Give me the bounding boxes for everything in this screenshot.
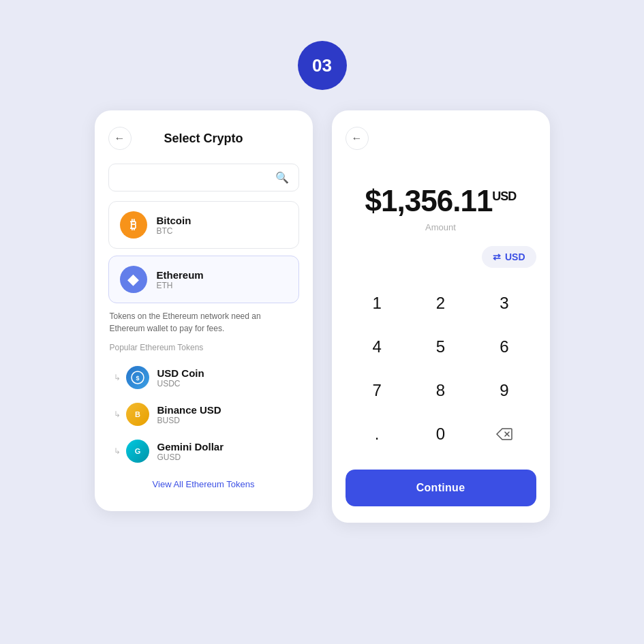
panels-container: ← Select Crypto 🔍 ₿ Bitcoin BTC Ethereum… bbox=[95, 110, 550, 523]
key-1[interactable]: 1 bbox=[346, 281, 409, 325]
view-all-link[interactable]: View All Ethereum Tokens bbox=[108, 474, 299, 495]
key-9[interactable]: 9 bbox=[472, 369, 536, 412]
svg-text:B: B bbox=[135, 410, 140, 418]
eth-logo bbox=[120, 266, 147, 293]
gusd-name: Gemini Dollar bbox=[157, 441, 224, 453]
key-4[interactable]: 4 bbox=[346, 325, 409, 369]
key-3[interactable]: 3 bbox=[472, 281, 536, 325]
sub-arrow-usdc: ↳ bbox=[114, 373, 121, 382]
select-crypto-panel: ← Select Crypto 🔍 ₿ Bitcoin BTC Ethereum… bbox=[95, 110, 313, 511]
busd-info: Binance USD BUSD bbox=[157, 404, 221, 425]
gusd-symbol: GUSD bbox=[157, 453, 224, 462]
eth-note: Tokens on the Ethereum network need an E… bbox=[108, 310, 299, 335]
svg-text:G: G bbox=[134, 447, 140, 455]
panel-header: ← Select Crypto bbox=[108, 127, 299, 150]
bitcoin-item[interactable]: ₿ Bitcoin BTC bbox=[108, 201, 299, 249]
search-bar[interactable]: 🔍 bbox=[108, 164, 299, 191]
amount-panel: ← $1,356.11USD Amount ⇄ USD 1 2 3 4 5 6 … bbox=[332, 110, 550, 523]
key-6[interactable]: 6 bbox=[472, 325, 536, 369]
usdc-logo: $ bbox=[126, 366, 149, 389]
swap-icon: ⇄ bbox=[493, 251, 501, 262]
amount-value: $1,356.11USD bbox=[365, 184, 517, 217]
continue-button[interactable]: Continue bbox=[346, 470, 536, 506]
currency-toggle-button[interactable]: ⇄ USD bbox=[482, 246, 536, 268]
right-panel-header: ← bbox=[346, 127, 536, 150]
step-badge: 03 bbox=[298, 41, 347, 90]
panel-title: Select Crypto bbox=[132, 132, 276, 146]
key-0[interactable]: 0 bbox=[409, 412, 472, 456]
usdc-info: USD Coin USDC bbox=[157, 367, 204, 388]
popular-label: Popular Ethereum Tokens bbox=[108, 343, 299, 352]
bitcoin-symbol: BTC bbox=[157, 226, 191, 236]
usdc-name: USD Coin bbox=[157, 367, 204, 379]
currency-toggle: ⇄ USD bbox=[346, 246, 536, 268]
busd-item[interactable]: ↳ B Binance USD BUSD bbox=[108, 396, 299, 433]
numpad: 1 2 3 4 5 6 7 8 9 . 0 bbox=[346, 281, 536, 456]
step-number: 03 bbox=[312, 55, 332, 76]
ethereum-name: Ethereum bbox=[157, 269, 204, 281]
bitcoin-info: Bitcoin BTC bbox=[157, 215, 191, 236]
btc-logo: ₿ bbox=[120, 211, 147, 239]
back-button-right[interactable]: ← bbox=[346, 127, 369, 150]
search-icon: 🔍 bbox=[275, 171, 289, 184]
gusd-info: Gemini Dollar GUSD bbox=[157, 441, 224, 462]
key-8[interactable]: 8 bbox=[409, 369, 472, 412]
key-2[interactable]: 2 bbox=[409, 281, 472, 325]
busd-logo: B bbox=[126, 403, 149, 426]
amount-label: Amount bbox=[346, 222, 536, 232]
amount-display: $1,356.11USD bbox=[346, 184, 536, 218]
usdc-item[interactable]: ↳ $ USD Coin USDC bbox=[108, 359, 299, 396]
busd-symbol: BUSD bbox=[157, 416, 221, 425]
ethereum-info: Ethereum ETH bbox=[157, 269, 204, 290]
busd-name: Binance USD bbox=[157, 404, 221, 416]
ethereum-item[interactable]: Ethereum ETH bbox=[108, 256, 299, 303]
back-button-left[interactable]: ← bbox=[108, 127, 132, 150]
sub-arrow-busd: ↳ bbox=[114, 410, 121, 419]
gusd-logo: G bbox=[126, 440, 149, 463]
key-dot[interactable]: . bbox=[346, 412, 409, 456]
key-7[interactable]: 7 bbox=[346, 369, 409, 412]
bitcoin-name: Bitcoin bbox=[157, 215, 191, 226]
usdc-symbol: USDC bbox=[157, 379, 204, 388]
key-delete[interactable] bbox=[472, 412, 536, 456]
key-5[interactable]: 5 bbox=[409, 325, 472, 369]
search-input[interactable] bbox=[119, 172, 275, 183]
sub-arrow-gusd: ↳ bbox=[114, 446, 121, 456]
currency-toggle-label: USD bbox=[505, 251, 525, 262]
gusd-item[interactable]: ↳ G Gemini Dollar GUSD bbox=[108, 433, 299, 470]
svg-text:$: $ bbox=[136, 375, 139, 382]
ethereum-symbol: ETH bbox=[157, 281, 204, 290]
